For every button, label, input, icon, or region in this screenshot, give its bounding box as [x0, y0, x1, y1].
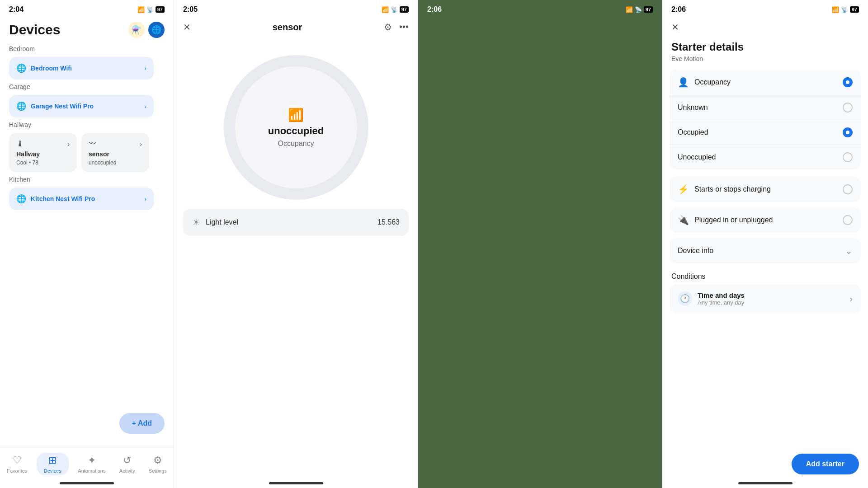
starts-stops-charging-option[interactable]: ⚡ Starts or stops charging [670, 177, 861, 202]
clock-icon: 🕐 [678, 291, 692, 306]
bedroom-wifi-card[interactable]: 🌐 Bedroom Wifi › [9, 57, 154, 80]
signal-icon-2: 📶 [382, 6, 389, 13]
signal-icon-1: 📶 [137, 6, 145, 13]
occupancy-label: Occupancy [694, 78, 731, 86]
hallway-label: Hallway [9, 121, 165, 128]
settings-icon: ⚙ [153, 455, 162, 466]
home-indicator-2 [269, 482, 323, 484]
status-bar-3: 2:06 📶 📡 97 [418, 0, 662, 17]
garage-nest-card[interactable]: 🌐 Garage Nest Wifi Pro › [9, 95, 154, 117]
gear-icon[interactable]: ⚙ [384, 22, 392, 33]
automations-icon: ✦ [88, 455, 96, 466]
option-unoccupied[interactable]: Unoccupied [670, 145, 861, 169]
avatar-profile[interactable]: 🌐 [148, 22, 165, 38]
nav-activity[interactable]: ↺ Activity [115, 453, 140, 475]
occupancy-options-group: 👤 Occupancy Unknown Occupied Unoccupied [670, 70, 861, 169]
automations-label: Automations [78, 468, 105, 474]
plugged-option[interactable]: 🔌 Plugged in or unplugged [670, 207, 861, 233]
garage-chevron: › [144, 103, 146, 110]
option-occupancy[interactable]: 👤 Occupancy [670, 70, 861, 95]
option-occupied[interactable]: Occupied [670, 120, 861, 145]
starter-topbar: ✕ [662, 17, 868, 37]
circle-inner: 📶 unoccupied Occupancy [235, 66, 357, 188]
garage-nest-text: Garage Nest Wifi Pro [31, 103, 140, 110]
time-3: 2:06 [427, 5, 442, 14]
time-days-text: Time and days Any time, any day [698, 291, 745, 306]
sensor-status-sub: Occupancy [278, 140, 314, 148]
nav-settings[interactable]: ⚙ Settings [144, 453, 171, 475]
unoccupied-label: Unoccupied [678, 153, 716, 161]
settings-label: Settings [149, 468, 167, 474]
bedroom-wifi-name: Bedroom Wifi [31, 65, 140, 72]
more-icon[interactable]: ••• [399, 22, 409, 33]
hallway-name: Hallway [16, 150, 40, 158]
light-level-card[interactable]: ☀ Light level 15.563 [183, 209, 409, 236]
option-occupancy-left: 👤 Occupancy [678, 77, 731, 88]
starts-stops-radio[interactable] [843, 184, 853, 194]
signal-icon-4: 📶 [832, 6, 839, 13]
plugged-radio[interactable] [843, 215, 853, 225]
device-info-row[interactable]: Device info ⌄ [670, 238, 861, 263]
bedroom-wifi-chevron: › [144, 65, 146, 72]
battery-4: 97 [850, 6, 859, 13]
garage-device-icon: 🌐 [16, 101, 26, 111]
occupancy-radio[interactable] [843, 77, 853, 87]
sensor-topbar: ✕ sensor ⚙ ••• [174, 17, 418, 37]
starter-subtitle: Eve Motion [662, 55, 868, 70]
time-days-main: Time and days [698, 291, 745, 299]
time-4: 2:06 [671, 5, 686, 14]
kitchen-device-icon: 🌐 [16, 194, 26, 204]
avatar-lab[interactable]: ⚗️ [128, 22, 145, 38]
option-unoccupied-left: Unoccupied [678, 153, 716, 161]
status-bar-4: 2:06 📶 📡 97 [662, 0, 868, 17]
nav-automations[interactable]: ✦ Automations [73, 453, 110, 475]
bedroom-section: Bedroom 🌐 Bedroom Wifi › [0, 45, 174, 83]
light-icon: ☀ [192, 217, 200, 228]
option-occupied-left: Occupied [678, 128, 708, 136]
battery-2: 97 [400, 6, 409, 13]
nav-devices[interactable]: ⊞ Devices [37, 453, 69, 475]
starts-stops-label: Starts or stops charging [694, 185, 771, 193]
device-info-label: Device info [678, 247, 713, 255]
hallway-sensor-card[interactable]: 〰 › sensor unoccupied [81, 133, 149, 172]
thermostat-icon: 🌡 [16, 139, 24, 149]
starter-title: Starter details [662, 37, 868, 55]
nav-favorites[interactable]: ♡ Favorites [2, 453, 32, 475]
circle-outer: 📶 unoccupied Occupancy [224, 55, 368, 200]
close-button-4[interactable]: ✕ [671, 22, 679, 32]
green-divider-panel: 2:06 📶 📡 97 [418, 0, 662, 488]
time-days-card[interactable]: 🕐 Time and days Any time, any day › [670, 284, 861, 313]
unknown-label: Unknown [678, 103, 708, 112]
garage-section: Garage 🌐 Garage Nest Wifi Pro › [0, 83, 174, 121]
status-bar-1: 2:04 📶 📡 97 [0, 0, 174, 17]
unknown-radio[interactable] [843, 103, 853, 113]
conditions-label: Conditions [662, 269, 868, 284]
add-button[interactable]: + Add [119, 413, 165, 434]
light-value: 15.563 [377, 218, 400, 226]
unoccupied-radio[interactable] [843, 152, 853, 162]
garage-cards: 🌐 Garage Nest Wifi Pro › [9, 95, 165, 117]
option-unknown[interactable]: Unknown [670, 95, 861, 120]
signal-icon-3: 📶 [626, 6, 633, 13]
close-button-2[interactable]: ✕ [183, 22, 191, 33]
devices-panel: 2:04 📶 📡 97 Devices ⚗️ 🌐 Bedroom 🌐 Bedro… [0, 0, 174, 488]
sensor-card-name: sensor [89, 150, 109, 158]
bedroom-cards: 🌐 Bedroom Wifi › [9, 57, 165, 80]
devices-header: Devices ⚗️ 🌐 [0, 17, 174, 45]
kitchen-label: Kitchen [9, 176, 165, 183]
kitchen-chevron: › [144, 195, 146, 202]
hallway-thermostat-card[interactable]: 🌡 › Hallway Cool • 78 [9, 133, 77, 172]
sensor-icon-card: 〰 [89, 139, 97, 149]
add-starter-button[interactable]: Add starter [792, 454, 859, 474]
option-unknown-left: Unknown [678, 103, 708, 112]
wifi-icon-4: 📡 [841, 6, 848, 13]
occupied-label: Occupied [678, 128, 708, 136]
occupied-radio[interactable] [843, 127, 853, 137]
starts-stops-left: ⚡ Starts or stops charging [678, 184, 771, 195]
kitchen-nest-card[interactable]: 🌐 Kitchen Nest Wifi Pro › [9, 188, 154, 210]
activity-icon: ↺ [123, 455, 131, 466]
wifi-device-icon: 🌐 [16, 63, 26, 73]
device-info-chevron: ⌄ [845, 245, 853, 256]
status-icons-1: 📶 📡 97 [137, 6, 165, 13]
garage-nest-name: Garage Nest Wifi Pro [31, 103, 140, 110]
